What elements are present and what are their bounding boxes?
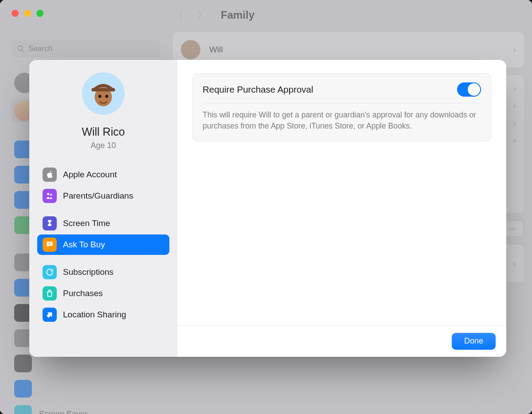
sidebar-item-label: Subscriptions [63,267,113,277]
purchase-approval-card: Require Purchase Approval This will requ… [192,73,491,141]
sidebar-item-label: Parents/Guardians [63,191,133,201]
arrow-icon [43,308,57,322]
apple-icon [43,168,57,182]
bag-icon [43,286,57,301]
member-name: Will Rico [82,125,125,138]
sidebar-item-screen-time[interactable]: Screen Time [37,213,169,234]
hourglass-icon [43,216,57,230]
zoom-window-button[interactable] [36,10,43,17]
close-window-button[interactable] [12,10,19,17]
sidebar-item-parents-guardians[interactable]: Parents/Guardians [37,186,169,206]
traffic-lights [12,10,43,17]
minimize-window-button[interactable] [24,10,31,17]
sidebar-item-ask-to-buy[interactable]: Ask To Buy [37,234,169,255]
chat-icon [43,238,57,252]
sidebar-item-label: Purchases [63,289,103,298]
sidebar-item-purchases[interactable]: Purchases [37,283,169,304]
member-avatar [82,72,125,115]
ask-to-buy-dialog: Will Rico Age 10 Apple AccountParents/Gu… [29,60,506,357]
sidebar-item-label: Screen Time [63,219,110,228]
svg-point-8 [50,194,52,195]
svg-point-7 [47,193,49,195]
svg-point-6 [105,95,108,98]
dialog-main: Require Purchase Approval This will requ… [177,60,506,357]
dialog-sidebar: Will Rico Age 10 Apple AccountParents/Gu… [29,60,177,357]
svg-point-5 [98,95,102,98]
purchase-approval-toggle[interactable] [457,82,481,97]
member-age: Age 10 [90,141,116,150]
refresh-icon [43,265,57,279]
card-description: This will require Will to get a parent o… [203,103,481,132]
family-icon [43,189,57,203]
sidebar-item-label: Ask To Buy [63,240,105,250]
sidebar-item-location-sharing[interactable]: Location Sharing [37,305,169,325]
sidebar-item-apple-account[interactable]: Apple Account [37,164,169,185]
sidebar-item-label: Apple Account [63,170,117,180]
done-button[interactable]: Done [452,333,496,350]
sidebar-item-subscriptions[interactable]: Subscriptions [37,262,169,282]
sidebar-item-label: Location Sharing [63,310,126,320]
card-title: Require Purchase Approval [203,84,313,95]
svg-rect-4 [91,88,115,92]
